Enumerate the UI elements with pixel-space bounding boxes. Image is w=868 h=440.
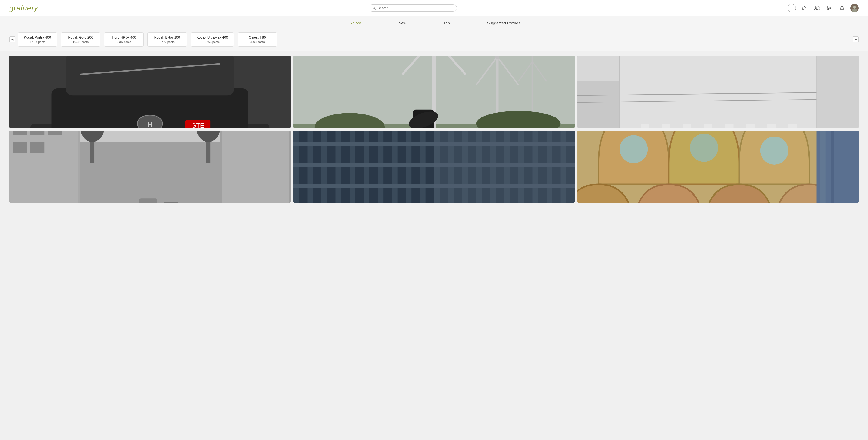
svg-rect-70 [9, 131, 78, 203]
svg-rect-54 [641, 124, 649, 128]
svg-rect-61 [788, 124, 797, 128]
svg-rect-59 [746, 124, 754, 128]
photo-grid: B 1282 CER 08 23 H GTE [0, 51, 868, 207]
film-tag-2[interactable]: Ilford HP5+ 400 6.3K posts [104, 32, 144, 47]
svg-rect-7 [818, 7, 818, 9]
header: grainery [0, 0, 868, 16]
svg-text:GTE: GTE [191, 122, 204, 128]
photo-item-4[interactable] [293, 131, 575, 203]
svg-rect-78 [30, 142, 44, 153]
tab-suggested-profiles[interactable]: Suggested Profiles [468, 21, 539, 26]
svg-text:H: H [147, 121, 153, 128]
scroll-right-button[interactable]: ▶ [852, 36, 859, 42]
svg-point-134 [690, 134, 718, 162]
add-button[interactable] [787, 4, 796, 12]
tab-explore[interactable]: Explore [329, 21, 380, 26]
photo-item-3[interactable] [9, 131, 290, 203]
photo-item-2[interactable] [578, 56, 859, 128]
photo-item-1[interactable] [293, 56, 575, 128]
svg-point-135 [761, 137, 788, 165]
svg-rect-80 [222, 131, 289, 203]
svg-rect-60 [767, 124, 776, 128]
tab-top[interactable]: Top [425, 21, 468, 26]
search-bar[interactable] [369, 4, 457, 11]
svg-point-11 [852, 9, 857, 12]
photo-item-5[interactable] [578, 131, 859, 203]
svg-line-1 [374, 8, 375, 9]
svg-rect-15 [66, 56, 234, 95]
explore-button[interactable] [813, 4, 821, 12]
send-button[interactable] [825, 4, 834, 12]
svg-rect-55 [662, 124, 670, 128]
film-filters: Kodak Portra 400 17.5K posts Kodak Gold … [16, 32, 852, 47]
svg-rect-131 [831, 131, 834, 203]
film-tag-5[interactable]: Cinestill 80 3698 posts [238, 32, 277, 47]
home-button[interactable] [800, 4, 808, 12]
film-tag-3[interactable]: Kodak Ektar 100 3777 posts [147, 32, 187, 47]
svg-rect-75 [30, 131, 44, 135]
search-input[interactable] [377, 6, 453, 10]
film-tag-1[interactable]: Kodak Gold 200 10.3K posts [61, 32, 100, 47]
svg-point-10 [853, 6, 856, 9]
svg-rect-91 [164, 202, 178, 203]
svg-rect-127 [434, 131, 575, 203]
film-filters-section: ◀ Kodak Portra 400 17.5K posts Kodak Gol… [0, 30, 868, 51]
svg-rect-65 [817, 56, 859, 128]
svg-rect-57 [704, 124, 712, 128]
search-icon [373, 6, 376, 10]
svg-rect-6 [815, 7, 816, 9]
svg-rect-58 [725, 124, 734, 128]
logo: grainery [9, 4, 38, 12]
svg-rect-130 [820, 131, 826, 203]
svg-rect-56 [683, 124, 691, 128]
svg-rect-74 [13, 131, 27, 135]
photo-item-0[interactable]: B 1282 CER 08 23 H GTE [9, 56, 290, 128]
tab-new[interactable]: New [380, 21, 425, 26]
svg-rect-90 [140, 198, 157, 203]
nav-tabs: Explore New Top Suggested Profiles [0, 16, 868, 30]
svg-rect-50 [620, 56, 817, 128]
svg-point-133 [620, 135, 648, 163]
film-tag-0[interactable]: Kodak Portra 400 17.5K posts [18, 32, 57, 47]
film-tag-4[interactable]: Kodak UltraMax 400 3765 posts [191, 32, 234, 47]
svg-rect-77 [13, 142, 27, 153]
header-nav-icons [787, 4, 859, 12]
avatar[interactable] [850, 4, 859, 12]
svg-rect-76 [48, 131, 62, 135]
notification-button[interactable] [838, 4, 846, 12]
scroll-left-button[interactable]: ◀ [9, 36, 16, 42]
